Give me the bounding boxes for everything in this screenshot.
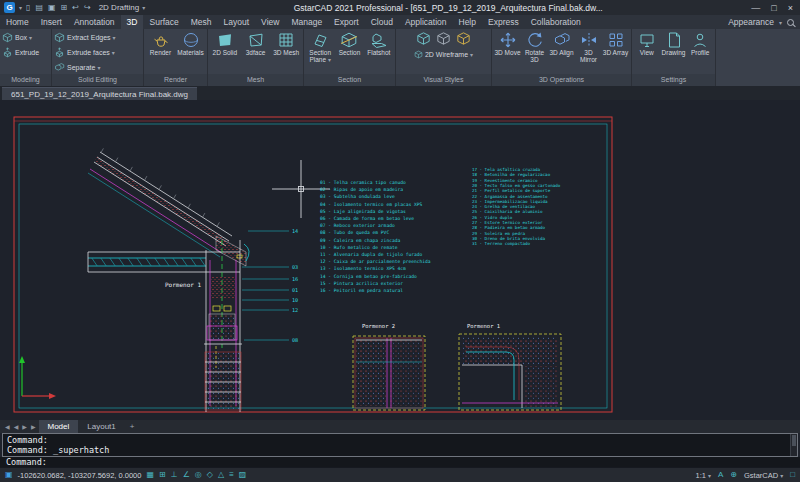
materials-label: Materials <box>177 50 203 57</box>
profile-button[interactable]: Profile <box>687 31 713 57</box>
menu-export[interactable]: Export <box>328 15 365 29</box>
flatshot-button[interactable]: Flatshot <box>365 31 393 57</box>
menu-3d[interactable]: 3D <box>121 15 144 29</box>
section-plane-button[interactable]: Section Plane ▾ <box>306 31 334 64</box>
legend-left-item: 01 - Telha ceramica tipo canudo <box>320 180 406 185</box>
workspace-switcher[interactable]: 2D Drafting ▾ <box>99 3 145 12</box>
lineweight-icon[interactable]: ≡ <box>229 471 234 479</box>
ortho-mode-icon[interactable]: ⊥ <box>171 471 178 479</box>
chevron-down-icon: ▾ <box>97 64 100 71</box>
object-snap-tracking-icon[interactable]: ◇ <box>207 471 213 479</box>
rotate-3d-button[interactable]: Rotate 3D <box>522 31 548 64</box>
extrude-faces-icon <box>54 47 65 58</box>
annotation-scale-control[interactable]: 1:1 ▾ <box>695 471 710 480</box>
clean-screen-icon[interactable]: □ <box>790 471 795 479</box>
extrude-faces-button[interactable]: Extrude faces ▾ <box>54 46 115 59</box>
menu-home[interactable]: Home <box>0 15 35 29</box>
maximize-button[interactable]: □ <box>771 3 776 13</box>
3dface-button[interactable]: 3dface <box>241 31 271 57</box>
3d-align-button[interactable]: 3D Align <box>549 31 575 57</box>
hidden-style-icon[interactable] <box>436 31 451 46</box>
prev-layout-button[interactable]: ◀ <box>12 423 21 430</box>
3d-mesh-button[interactable]: 3D Mesh <box>271 31 301 57</box>
new-file-icon[interactable]: ▯ <box>26 3 30 12</box>
drawing-line <box>174 195 176 199</box>
extrude-button[interactable]: Extrude <box>2 46 39 59</box>
menu-view[interactable]: View <box>255 15 285 29</box>
menu-layout[interactable]: Layout <box>218 15 256 29</box>
quick-access-toolbar: ▯▤▣⊞↩↪ <box>26 3 91 12</box>
menu-cloud[interactable]: Cloud <box>365 15 399 29</box>
extract-edges-button[interactable]: Extract Edges ▾ <box>54 31 116 44</box>
command-input[interactable]: Command: <box>0 457 800 467</box>
callout-10: 10 <box>292 297 298 303</box>
drawing-button[interactable]: Drawing <box>661 31 687 57</box>
plot-icon[interactable]: ⊞ <box>61 3 68 12</box>
legend-left-item: 08 - Tubo de queda em PVC <box>320 230 389 235</box>
menu-surface[interactable]: Surface <box>143 15 184 29</box>
profile-icon <box>691 31 709 49</box>
first-layout-button[interactable]: ◀ <box>3 423 12 430</box>
2d-solid-label: 2D Solid <box>213 50 238 57</box>
chevron-down-icon: ▾ <box>780 472 783 479</box>
add-layout-button[interactable]: + <box>125 420 140 433</box>
menu-annotation[interactable]: Annotation <box>68 15 121 29</box>
layout-tab-model[interactable]: Model <box>39 420 79 433</box>
scrollbar-thumb[interactable] <box>792 435 796 446</box>
close-button[interactable]: × <box>788 3 793 13</box>
menu-application[interactable]: Application <box>399 15 453 29</box>
dynamic-input-icon[interactable]: △ <box>218 471 224 479</box>
transparency-icon[interactable]: ▨ <box>239 471 247 479</box>
grid-display-icon[interactable]: ⊞ <box>159 471 166 479</box>
3d-move-button[interactable]: 3D Move <box>495 31 521 57</box>
menu-express[interactable]: Express <box>482 15 525 29</box>
layout-tab-layout1[interactable]: Layout1 <box>78 420 124 433</box>
separate-button[interactable]: Separate ▾ <box>54 61 100 74</box>
gstarcad-menu[interactable]: GstarCAD ▾ <box>744 471 783 480</box>
render-button[interactable]: Render <box>146 31 175 57</box>
gstarcad-logo[interactable]: G <box>4 2 15 13</box>
view-button[interactable]: View <box>634 31 660 57</box>
drawing-line <box>130 167 132 171</box>
box-button[interactable]: Box ▾ <box>2 31 32 44</box>
object-snap-icon[interactable]: ◎ <box>195 471 202 479</box>
section-button[interactable]: Section <box>335 31 363 57</box>
last-layout-button[interactable]: ▶ <box>29 423 38 430</box>
open-file-icon[interactable]: ▤ <box>35 3 43 12</box>
menu-manage[interactable]: Manage <box>285 15 328 29</box>
undo-icon[interactable]: ↩ <box>72 3 79 12</box>
model-space-icon[interactable]: ▣ <box>5 471 13 479</box>
polar-tracking-icon[interactable]: ∠ <box>183 471 190 479</box>
menu-mesh[interactable]: Mesh <box>185 15 218 29</box>
drawing-canvas[interactable]: 01 - Telha ceramica tipo canudo02 - Ripa… <box>0 100 800 420</box>
2d-solid-button[interactable]: 2D Solid <box>210 31 240 57</box>
document-tab[interactable]: 651_PD_19_12_2019_Arquitectura Final.bak… <box>2 87 197 100</box>
logo-chevron-icon[interactable]: ▾ <box>19 4 22 11</box>
save-icon[interactable]: ▣ <box>48 3 56 12</box>
command-history-window[interactable]: Command:Command: _superhatch <box>2 433 798 457</box>
redo-icon[interactable]: ↪ <box>84 3 91 12</box>
drawing-line <box>203 213 205 217</box>
shaded-style-icon[interactable] <box>456 31 471 46</box>
search-icon[interactable] <box>787 19 794 26</box>
section-label: Section <box>339 50 361 57</box>
3d-mirror-label: 3D Mirror <box>576 50 602 64</box>
3d-array-button[interactable]: 3D Array <box>603 31 629 57</box>
menu-help[interactable]: Help <box>453 15 482 29</box>
command-scrollbar[interactable] <box>790 434 797 456</box>
materials-button[interactable]: Materials <box>176 31 205 57</box>
visual-style-dropdown[interactable]: 2D Wireframe ▾ <box>414 48 473 61</box>
menu-insert[interactable]: Insert <box>35 15 68 29</box>
minimize-button[interactable]: — <box>751 3 760 13</box>
legend-left-item: 05 - Laje aligeirada de vigotas <box>320 209 406 214</box>
legend-left-item: 07 - Reboco exterior armado <box>320 223 395 228</box>
drawing-line <box>200 258 205 265</box>
annotation-visibility-icon[interactable]: A <box>718 471 723 479</box>
3d-mirror-button[interactable]: 3D Mirror <box>576 31 602 64</box>
autoscale-icon[interactable]: ⊕ <box>730 471 737 479</box>
snap-mode-icon[interactable]: ▦ <box>146 471 154 479</box>
menu-collaboration[interactable]: Collaboration <box>525 15 587 29</box>
wireframe-style-icon[interactable] <box>416 31 431 46</box>
next-layout-button[interactable]: ▶ <box>20 423 29 430</box>
appearance-menu[interactable]: Appearance <box>728 17 774 27</box>
